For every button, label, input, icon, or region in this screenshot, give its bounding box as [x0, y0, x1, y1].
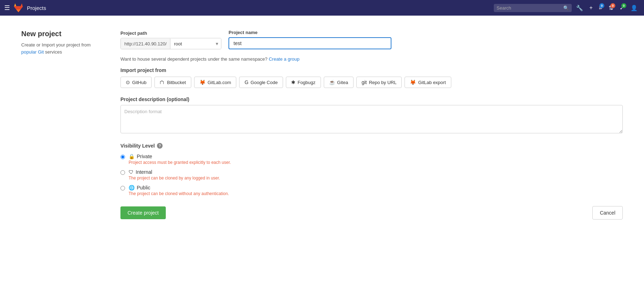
import-buttons-group: ⊙GitHub⛫Bitbucket🦊GitLab.comGGoogle Code… — [120, 77, 623, 88]
search-container[interactable]: 🔍 — [494, 4, 572, 12]
visibility-radio-internal[interactable] — [120, 170, 125, 175]
top-navigation: ☰ Projects 🔍 🔧 + # 0 ⇅ 0 ✓ 0 👤 — [0, 0, 644, 16]
gitlabexport-label: GitLab export — [418, 80, 446, 85]
gitea-icon: ☕ — [329, 79, 335, 85]
cancel-button[interactable]: Cancel — [592, 206, 623, 220]
search-input[interactable] — [497, 5, 563, 11]
wrench-button[interactable]: 🔧 — [574, 3, 585, 13]
main-content: New project Create or Import your projec… — [0, 16, 644, 234]
public-visibility-label: Public — [137, 185, 150, 190]
visibility-radio-public[interactable] — [120, 186, 125, 190]
import-bitbucket-button[interactable]: ⛫Bitbucket — [154, 77, 191, 88]
private-visibility-label: Private — [137, 154, 152, 159]
internal-visibility-label: Internal — [136, 169, 152, 175]
private-visibility-icon: 🔒 — [129, 154, 135, 159]
path-input-group: http://121.40.90.120/ root ▾ — [120, 38, 221, 49]
project-path-label: Project path — [120, 31, 221, 36]
gitlabexport-icon: 🦊 — [410, 79, 416, 85]
page-title: New project — [21, 30, 106, 38]
mr-badge: 0 — [610, 3, 615, 8]
user-avatar[interactable]: 👤 — [628, 3, 640, 13]
bitbucket-icon: ⛫ — [160, 79, 165, 85]
visibility-radio-private[interactable] — [120, 155, 125, 159]
gitlab-logo — [13, 3, 23, 13]
create-group-link[interactable]: Create a group — [269, 56, 300, 62]
project-name-label: Project name — [228, 30, 391, 35]
fogbugz-icon: ✱ — [291, 79, 295, 85]
description-textarea[interactable] — [120, 105, 623, 133]
todos-button[interactable]: ✓ 0 — [617, 3, 626, 13]
visibility-option-internal: 🛡InternalThe project can be cloned by an… — [120, 169, 623, 181]
internal-visibility-icon: 🛡 — [129, 169, 134, 175]
gitea-label: Gitea — [337, 80, 348, 85]
sidebar-description: Create or Import your project from popul… — [21, 41, 106, 55]
internal-visibility-desc: The project can be cloned by any logged … — [129, 176, 220, 181]
import-gitlabcom-button[interactable]: 🦊GitLab.com — [194, 77, 236, 88]
github-icon: ⊙ — [126, 79, 130, 85]
sidebar: New project Create or Import your projec… — [21, 30, 120, 220]
issues-badge: 0 — [599, 3, 604, 8]
path-prefix: http://121.40.90.120/ — [121, 39, 170, 49]
public-visibility-desc: The project can be cloned without any au… — [129, 191, 229, 196]
visibility-help-icon[interactable]: ? — [157, 143, 163, 149]
import-fogbugz-button[interactable]: ✱Fogbugz — [286, 77, 321, 88]
import-repobyurl-button[interactable]: gitRepo by URL — [356, 77, 402, 88]
visibility-section-label: Visibility Level ? — [120, 143, 623, 149]
import-section-label: Import project from — [120, 67, 623, 73]
project-name-input[interactable] — [228, 37, 391, 49]
visibility-option-public: 🌐PublicThe project can be cloned without… — [120, 185, 623, 196]
import-googlecode-button[interactable]: GGoogle Code — [239, 77, 283, 88]
bitbucket-label: Bitbucket — [167, 80, 186, 85]
googlecode-label: Google Code — [250, 80, 278, 85]
github-label: GitHub — [132, 80, 146, 85]
popular-git-link[interactable]: popular Git — [21, 49, 44, 55]
create-project-button[interactable]: Create project — [120, 206, 166, 219]
merge-requests-button[interactable]: ⇅ 0 — [606, 3, 615, 13]
search-icon: 🔍 — [563, 5, 569, 11]
repobyurl-label: Repo by URL — [369, 80, 396, 85]
chevron-down-icon: ▾ — [213, 38, 221, 49]
issues-button[interactable]: # 0 — [597, 3, 604, 12]
fogbugz-label: Fogbugz — [298, 80, 316, 85]
plus-button[interactable]: + — [587, 3, 595, 12]
namespace-hint: Want to house several dependent projects… — [120, 56, 623, 62]
new-project-form: Project path http://121.40.90.120/ root … — [120, 30, 623, 220]
todos-badge: 0 — [621, 3, 626, 8]
import-gitea-button[interactable]: ☕Gitea — [324, 77, 354, 88]
private-visibility-desc: Project access must be granted explicitl… — [129, 160, 231, 165]
namespace-select[interactable]: root — [170, 39, 213, 49]
import-gitlabexport-button[interactable]: 🦊GitLab export — [405, 77, 451, 88]
visibility-option-private: 🔒PrivateProject access must be granted e… — [120, 154, 623, 165]
public-visibility-icon: 🌐 — [129, 185, 135, 190]
repobyurl-icon: git — [362, 79, 367, 85]
import-github-button[interactable]: ⊙GitHub — [120, 77, 152, 88]
project-name-field: Project name — [228, 30, 391, 49]
visibility-options-group: 🔒PrivateProject access must be granted e… — [120, 154, 623, 196]
app-title: Projects — [27, 5, 46, 11]
hamburger-icon[interactable]: ☰ — [4, 4, 10, 12]
googlecode-icon: G — [244, 79, 248, 85]
gitlabcom-icon: 🦊 — [199, 79, 205, 85]
description-label: Project description (optional) — [120, 96, 623, 102]
action-row: Create project Cancel — [120, 206, 623, 220]
path-name-row: Project path http://121.40.90.120/ root … — [120, 30, 623, 49]
gitlabcom-label: GitLab.com — [208, 80, 231, 85]
project-path-field: Project path http://121.40.90.120/ root … — [120, 31, 221, 49]
